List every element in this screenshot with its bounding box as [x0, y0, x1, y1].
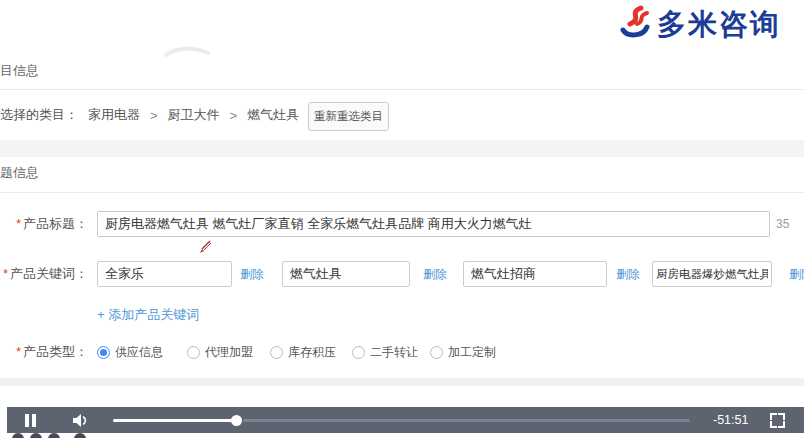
title-section-heading: 标题信息	[0, 164, 39, 182]
keyword-delete-link-1[interactable]: 删除	[240, 266, 264, 283]
product-keywords-label: *产品关键词：	[0, 265, 88, 283]
radio-button[interactable]	[352, 346, 365, 359]
keyword-delete-link-2[interactable]: 删除	[423, 266, 447, 283]
divider	[0, 89, 804, 90]
product-title-row: *产品标题： 35	[0, 208, 789, 240]
breadcrumb-separator: >	[230, 108, 238, 123]
radio-option-overstock[interactable]: 库存积压	[270, 344, 336, 361]
selected-category-label: 您选择的类目：	[0, 106, 78, 124]
video-player-bar: -51:51	[7, 407, 804, 433]
brand-name: 多米咨询	[657, 5, 781, 45]
progress-bar[interactable]	[113, 419, 690, 422]
title-char-counter: 35	[776, 217, 789, 231]
radio-button[interactable]	[97, 346, 110, 359]
product-keywords-row: *产品关键词： 删除 删除 删除 删除	[0, 258, 804, 290]
section-spacer-band	[0, 378, 804, 386]
time-remaining: -51:51	[713, 413, 748, 427]
progress-played	[113, 419, 237, 422]
add-keyword-link[interactable]: + 添加产品关键词	[97, 306, 199, 324]
keyword-delete-link-4[interactable]: 删除	[789, 266, 804, 283]
section-spacer-band	[0, 140, 804, 157]
brand-logo-icon	[620, 5, 650, 45]
faint-swoosh-artifact	[163, 44, 211, 64]
cutoff-shape	[74, 433, 86, 438]
required-mark: *	[3, 267, 8, 281]
required-mark: *	[16, 217, 21, 231]
volume-icon[interactable]	[72, 413, 88, 428]
cutoff-shape	[48, 433, 60, 438]
radio-option-secondhand[interactable]: 二手转让	[352, 344, 418, 361]
progress-handle[interactable]	[231, 415, 242, 426]
pause-icon[interactable]	[25, 414, 36, 427]
breadcrumb-item: 厨卫大件	[168, 106, 220, 124]
keyword-input-4[interactable]	[652, 261, 772, 287]
reselect-category-button[interactable]: 重新重选类目	[308, 102, 389, 131]
keyword-input-2[interactable]	[282, 261, 410, 287]
keyword-input-1[interactable]	[97, 261, 232, 287]
keyword-input-3[interactable]	[463, 261, 607, 287]
radio-button[interactable]	[187, 346, 200, 359]
fullscreen-icon[interactable]	[770, 413, 785, 428]
brand-logo: 多米咨询	[620, 5, 781, 45]
product-type-label: *产品类型：	[0, 343, 88, 361]
required-mark: *	[16, 345, 21, 359]
radio-button[interactable]	[430, 346, 443, 359]
divider	[0, 192, 804, 193]
radio-option-supply[interactable]: 供应信息	[97, 344, 163, 361]
radio-option-agency[interactable]: 代理加盟	[187, 344, 253, 361]
pencil-cursor-icon	[198, 240, 212, 258]
breadcrumb-item: 燃气灶具	[247, 106, 299, 124]
product-title-input[interactable]	[97, 211, 770, 237]
breadcrumb-item: 家用电器	[88, 106, 140, 124]
selected-category-row: 您选择的类目： 家用电器 > 厨卫大件 > 燃气灶具	[0, 106, 299, 124]
cutoff-shape	[30, 433, 42, 438]
progress-remaining	[243, 419, 690, 422]
radio-button[interactable]	[270, 346, 283, 359]
product-title-label: *产品标题：	[0, 215, 88, 233]
keyword-delete-link-3[interactable]: 删除	[616, 266, 640, 283]
cutoff-shape	[12, 433, 24, 438]
radio-option-custom[interactable]: 加工定制	[430, 344, 496, 361]
category-section-heading: 类目信息	[0, 62, 39, 80]
breadcrumb-separator: >	[150, 108, 158, 123]
product-type-row: *产品类型： 供应信息 代理加盟 库存积压 二手转让 加工定制	[0, 340, 496, 364]
